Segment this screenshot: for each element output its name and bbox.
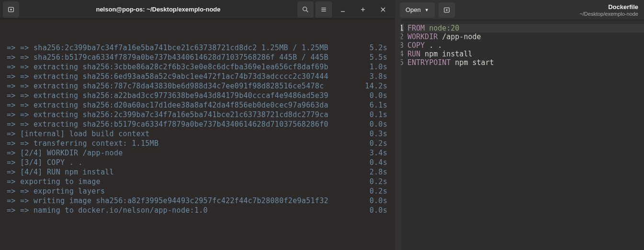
minimap-strip: [395, 19, 401, 250]
terminal-line: => => sha256:2c399ba7c34f7a16e5ba741bce2…: [7, 43, 387, 53]
open-button[interactable]: Open ▼: [400, 2, 435, 18]
open-button-label: Open: [406, 6, 421, 13]
terminal-line: => exporting to image0.2s: [7, 177, 387, 186]
close-icon: [379, 6, 387, 13]
menu-button[interactable]: [316, 1, 332, 18]
search-button[interactable]: [297, 1, 314, 18]
terminal-title: nelson@pop-os: ~/Desktop/exemplo-node: [19, 6, 297, 13]
terminal-line: => => extracting sha256:d20a60ac17d1dee3…: [7, 100, 387, 110]
terminal-line: => => extracting sha256:a22bad3cc9773638…: [7, 91, 387, 100]
terminal-line: => [3/4] COPY . .0.4s: [7, 158, 387, 167]
new-tab-button[interactable]: [3, 1, 19, 18]
terminal-window: nelson@pop-os: ~/Desktop/exemplo-node =>…: [0, 0, 395, 250]
editor-line[interactable]: COPY . .: [407, 41, 644, 50]
terminal-line: => => extracting sha256:787c78da43830be6…: [7, 81, 387, 91]
new-document-button[interactable]: [439, 2, 455, 18]
file-title: Dockerfile: [579, 3, 638, 11]
terminal-line: => => transferring context: 1.15MB0.2s: [7, 139, 387, 148]
editor-title-block: Dockerfile ~/Desktop/exemplo-node: [579, 3, 639, 17]
editor-titlebar: Open ▼ Dockerfile ~/Desktop/exemplo-node: [395, 0, 644, 20]
terminal-output[interactable]: => => sha256:2c399ba7c34f7a16e5ba741bce2…: [0, 19, 395, 250]
terminal-line: => [4/4] RUN npm install2.8s: [7, 167, 387, 177]
maximize-button[interactable]: [354, 1, 372, 18]
minimize-button[interactable]: [334, 1, 352, 18]
search-icon: [302, 6, 309, 13]
new-tab-icon: [7, 6, 15, 13]
file-path: ~/Desktop/exemplo-node: [579, 11, 638, 17]
editor-content[interactable]: FROM node:20WORKDIR /app-nodeCOPY . .RUN…: [406, 20, 644, 250]
minimize-icon: [339, 6, 347, 13]
svg-point-3: [303, 7, 307, 11]
terminal-line: => [2/4] WORKDIR /app-node3.4s: [7, 148, 387, 158]
terminal-line: => => extracting sha256:3cbbe86a28c2f6b3…: [7, 62, 387, 72]
editor-line[interactable]: ENTRYPOINT npm start: [407, 58, 644, 67]
terminal-line: => [internal] load build context0.3s: [7, 129, 387, 139]
terminal-line: => => extracting sha256:2c399ba7c34f7a16…: [7, 110, 387, 120]
terminal-line: => => extracting sha256:6ed93aa58a52c9ab…: [7, 72, 387, 81]
terminal-line: => => naming to docker.io/nelson/app-nod…: [7, 206, 387, 215]
editor-line[interactable]: WORKDIR /app-node: [407, 33, 644, 41]
text-editor-window: Open ▼ Dockerfile ~/Desktop/exemplo-node…: [395, 0, 644, 250]
close-button[interactable]: [374, 1, 392, 18]
terminal-line: => => writing image sha256:a82f3995e9449…: [7, 196, 387, 206]
terminal-line: => => extracting sha256:b5179ca6334f7879…: [7, 120, 387, 129]
terminal-line: => => sha256:b5179ca6334f7879a0be737b434…: [7, 53, 387, 62]
svg-line-4: [306, 11, 308, 12]
maximize-icon: [359, 6, 367, 13]
hamburger-icon: [320, 6, 328, 13]
editor-line[interactable]: FROM node:20: [407, 24, 644, 33]
chevron-down-icon: ▼: [425, 8, 429, 12]
new-tab-icon: [443, 6, 451, 14]
editor-body[interactable]: 12345 FROM node:20WORKDIR /app-nodeCOPY …: [395, 20, 644, 250]
terminal-titlebar: nelson@pop-os: ~/Desktop/exemplo-node: [0, 0, 395, 19]
terminal-line: => => exporting layers0.2s: [7, 186, 387, 196]
editor-line[interactable]: RUN npm install: [407, 50, 644, 58]
